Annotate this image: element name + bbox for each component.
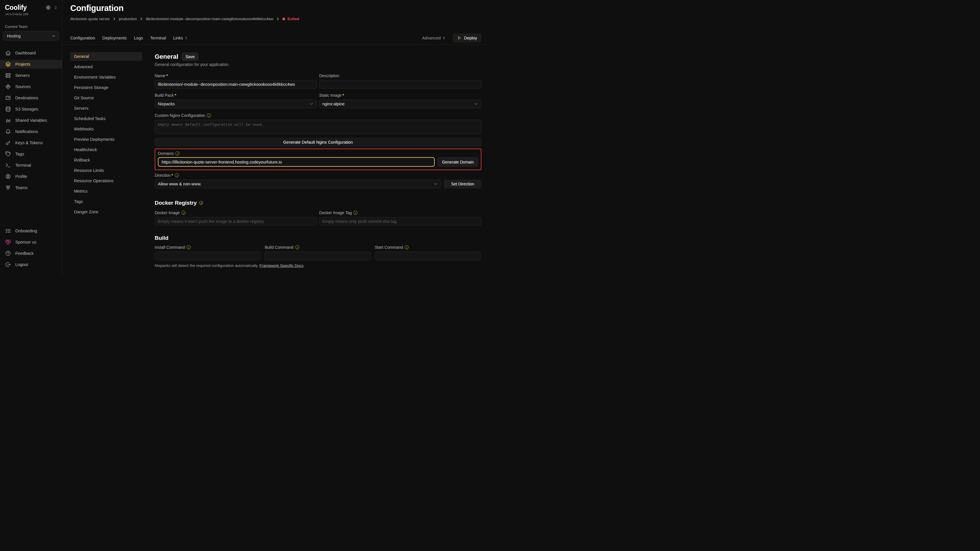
static-image-select[interactable]: nginx:alpine (319, 100, 481, 108)
chevron-down-icon (433, 182, 438, 186)
build-pack-select[interactable]: Nixpacks (155, 100, 317, 108)
subnav-scheduled-tasks[interactable]: Scheduled Tasks (70, 114, 142, 123)
sidebar-item-projects[interactable]: Projects (0, 60, 62, 68)
sidebar-item-terminal[interactable]: Terminal (0, 161, 62, 170)
sidebar-item-teams[interactable]: Teams (0, 183, 62, 192)
sidebar-footer: Onboarding Sponsor us Feedback Logout (0, 227, 62, 272)
chevron-down-icon (474, 102, 478, 106)
sidebar-item-destinations[interactable]: Destinations (0, 94, 62, 102)
domains-input[interactable] (158, 157, 435, 167)
subnav-git-source[interactable]: Git Source (70, 94, 142, 102)
theme-chevrons-icon[interactable] (54, 5, 58, 10)
subnav-resource-limits[interactable]: Resource Limits (70, 166, 142, 175)
subnav-metrics[interactable]: Metrics (70, 187, 142, 195)
sidebar-item-dashboard[interactable]: Dashboard (0, 49, 62, 57)
description-input[interactable] (319, 80, 481, 89)
variables-icon (5, 118, 11, 123)
docker-image-tag-input[interactable] (319, 217, 481, 226)
tab-terminal[interactable]: Terminal (150, 36, 166, 40)
sidebar-item-notifications[interactable]: Notifications (0, 127, 62, 136)
info-icon (175, 173, 179, 177)
name-input[interactable] (155, 80, 317, 89)
subnav-healthcheck[interactable]: Healthcheck (70, 145, 142, 154)
section-subtitle: General configuration for your applicati… (155, 62, 481, 67)
sidebar-nav: Dashboard Projects Servers Sources Desti… (0, 49, 62, 192)
chevron-right-icon (276, 17, 280, 21)
subnav-preview-deployments[interactable]: Preview Deployments (70, 135, 142, 144)
sidebar-item-shared-variables[interactable]: Shared Variables (0, 116, 62, 125)
breadcrumb-environment[interactable]: production (119, 17, 137, 21)
info-icon (295, 245, 299, 249)
page-title: Configuration (70, 3, 481, 13)
sidebar: Coolify v4.0.0-beta.399 Current Team Hos… (0, 0, 62, 275)
sidebar-item-sources[interactable]: Sources (0, 83, 62, 91)
info-icon (405, 245, 409, 249)
theme-sun-icon[interactable] (46, 5, 51, 10)
sidebar-item-feedback[interactable]: Feedback (0, 249, 62, 258)
sidebar-item-keys-tokens[interactable]: Keys & Tokens (0, 138, 62, 147)
home-icon (5, 50, 11, 56)
sidebar-item-onboarding[interactable]: Onboarding (0, 227, 62, 235)
generate-nginx-button[interactable]: Generate Default Nginx Configuration (155, 138, 481, 146)
sidebar-item-profile[interactable]: Profile (0, 172, 62, 181)
tab-configuration[interactable]: Configuration (70, 36, 95, 40)
install-command-input[interactable] (155, 252, 261, 260)
subnav-rollback[interactable]: Rollback (70, 156, 142, 164)
nixpacks-note: Nixpacks will detect the required config… (155, 264, 258, 268)
users-icon (5, 185, 11, 191)
build-command-input[interactable] (265, 252, 371, 260)
subnav-environment-variables[interactable]: Environment Variables (70, 73, 142, 81)
breadcrumb-application[interactable]: illicitestonion/-module--decomposition:m… (146, 17, 274, 21)
sidebar-item-tags[interactable]: Tags (0, 150, 62, 158)
status-text: Exited (288, 17, 299, 21)
direction-select[interactable]: Allow www & non-www. (155, 179, 441, 188)
tab-logs[interactable]: Logs (134, 36, 143, 40)
chevron-down-icon (309, 102, 314, 106)
tag-icon (5, 151, 11, 157)
subnav-webhooks[interactable]: Webhooks (70, 125, 142, 133)
framework-docs-link[interactable]: Framework Specific Docs (259, 264, 304, 268)
breadcrumb-project[interactable]: illicitonion quote server (70, 17, 110, 21)
sidebar-item-sponsor[interactable]: Sponsor us (0, 238, 62, 246)
tab-deployments[interactable]: Deployments (102, 36, 127, 40)
chevron-down-icon (51, 34, 56, 38)
tab-links[interactable]: Links (173, 36, 188, 40)
subnav-danger-zone[interactable]: Danger Zone (70, 208, 142, 216)
server-icon (5, 73, 11, 78)
docker-image-input[interactable] (155, 217, 317, 226)
subnav-servers[interactable]: Servers (70, 104, 142, 113)
checklist-icon (5, 228, 11, 234)
subnav-resource-operations[interactable]: Resource Operations (70, 176, 142, 185)
status-dot-icon (282, 17, 285, 21)
team-select[interactable]: Hosting (3, 31, 59, 41)
bell-icon (5, 129, 11, 135)
save-button[interactable]: Save (182, 53, 199, 61)
start-command-input[interactable] (375, 252, 481, 260)
info-icon (353, 211, 358, 215)
status-badge: Exited (282, 17, 299, 21)
subnav-persistent-storage[interactable]: Persistent Storage (70, 83, 142, 92)
advanced-toggle[interactable]: Advanced (422, 36, 446, 40)
subnav-advanced[interactable]: Advanced (70, 62, 142, 71)
generate-domain-button[interactable]: Generate Domain (438, 157, 478, 167)
section-heading-build: Build (155, 235, 169, 241)
sidebar-item-logout[interactable]: Logout (0, 260, 62, 269)
main-area: Configuration illicitonion quote server … (62, 0, 490, 275)
deploy-button[interactable]: Deploy (453, 34, 481, 42)
sidebar-item-servers[interactable]: Servers (0, 71, 62, 80)
description-label: Description (319, 73, 339, 78)
nginx-config-textarea[interactable] (155, 120, 481, 134)
heart-handshake-icon (5, 239, 11, 245)
subnav-general[interactable]: General (70, 52, 142, 61)
play-icon (457, 36, 461, 40)
logout-icon (5, 262, 11, 267)
set-direction-button[interactable]: Set Direction (444, 179, 481, 188)
sidebar-item-s3-storages[interactable]: S3 Storages (0, 105, 62, 113)
info-icon (187, 245, 191, 249)
config-subnav: General Advanced Environment Variables P… (70, 52, 142, 218)
info-icon (175, 151, 180, 156)
info-icon (199, 201, 203, 205)
subnav-tags[interactable]: Tags (70, 197, 142, 206)
terminal-icon (5, 162, 11, 168)
key-icon (5, 140, 11, 146)
